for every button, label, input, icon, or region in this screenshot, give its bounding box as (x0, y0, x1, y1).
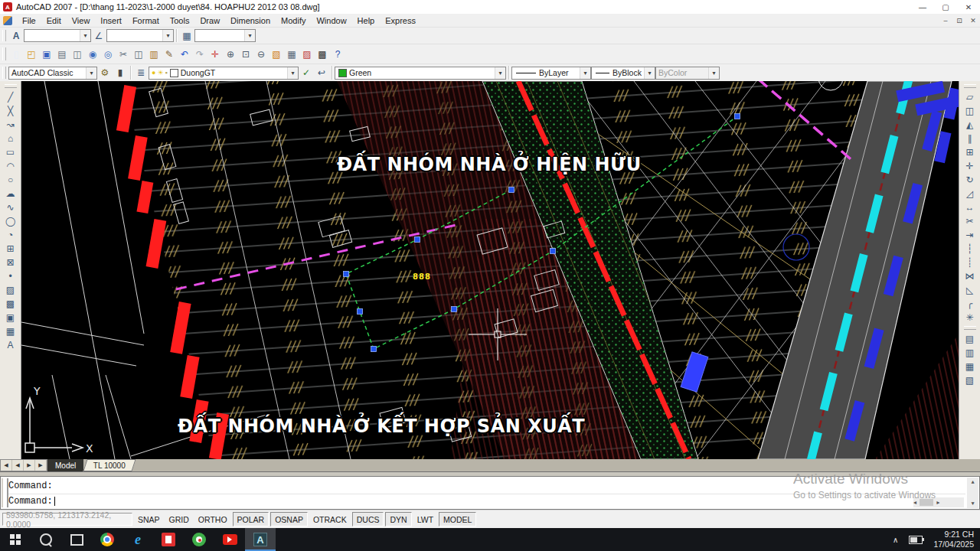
doc-minimize-button[interactable]: – (939, 17, 952, 24)
chevron-down-icon[interactable]: ▾ (80, 30, 90, 41)
toggle-model[interactable]: MODEL (439, 512, 476, 527)
draworder-under-icon[interactable]: ▧ (962, 373, 978, 387)
new-file-icon[interactable]: ▯ (9, 47, 23, 61)
ellipse-arc-icon[interactable]: ◔ (3, 228, 18, 242)
command-prompt[interactable]: Command: (8, 494, 965, 508)
mirror-icon[interactable]: ◭ (962, 118, 978, 132)
toolbar-grip[interactable] (2, 47, 6, 61)
prev-tab-button[interactable]: ◀ (12, 460, 24, 471)
first-tab-button[interactable]: ◀ (1, 460, 12, 471)
stretch-icon[interactable]: ↔ (962, 201, 978, 214)
tab-model[interactable]: Model (47, 459, 83, 471)
workspace-settings-icon[interactable]: ⚙ (98, 66, 112, 80)
taskbar-chrome[interactable] (92, 528, 122, 551)
cut-icon[interactable]: ✂ (116, 47, 130, 61)
construction-line-icon[interactable]: ╳ (3, 104, 18, 118)
scale-icon[interactable]: ◿ (962, 187, 978, 201)
toggle-lwt[interactable]: LWT (413, 513, 437, 526)
taskbar-autocad-active[interactable]: A (245, 528, 276, 551)
layer-on-icon[interactable]: ● (152, 69, 155, 77)
chevron-down-icon[interactable]: ▾ (287, 67, 298, 79)
undo-icon[interactable]: ↶ (178, 47, 191, 61)
make-block-icon[interactable]: ⊠ (3, 256, 18, 269)
circle-icon[interactable]: ○ (3, 173, 18, 187)
menu-item[interactable]: Express (380, 14, 421, 27)
publish-icon[interactable]: ◉ (86, 47, 100, 61)
region-icon[interactable]: ▣ (3, 311, 18, 324)
menu-item[interactable]: Draw (194, 14, 225, 27)
layer-combo[interactable]: ● ☀ ▪ DuongGT ▾ (149, 67, 299, 80)
toggle-snap[interactable]: SNAP (134, 513, 164, 526)
draworder-above-icon[interactable]: ▦ (962, 360, 978, 373)
table-icon[interactable]: ▦ (3, 324, 18, 338)
toolbar-grip[interactable] (964, 326, 976, 330)
lineweight-combo[interactable]: ByBlock ▾ (591, 67, 655, 80)
doc-restore-button[interactable]: ⊡ (952, 17, 966, 24)
chevron-down-icon[interactable]: ▾ (162, 30, 173, 41)
last-tab-button[interactable]: ▶ (35, 460, 47, 471)
quickcalc-icon[interactable]: ▩ (315, 47, 329, 61)
chevron-down-icon[interactable]: ▾ (86, 67, 96, 79)
plot-preview-icon[interactable]: ◫ (70, 47, 84, 61)
command-grip[interactable] (2, 478, 8, 507)
menu-item[interactable]: Tools (165, 14, 195, 27)
explode-icon[interactable]: ✳ (962, 311, 978, 324)
layer-lock-icon[interactable]: ▪ (165, 69, 168, 77)
table-style-icon[interactable]: ▦ (180, 29, 194, 43)
paste-icon[interactable]: ▥ (147, 47, 161, 61)
color-combo[interactable]: Green ▾ (335, 67, 506, 80)
menu-item[interactable]: File (17, 14, 41, 27)
toggle-ducs[interactable]: DUCS (352, 512, 384, 527)
rectangle-icon[interactable]: ▭ (3, 145, 18, 159)
draworder-back-icon[interactable]: ▥ (962, 346, 978, 360)
minimize-button[interactable]: — (911, 3, 934, 11)
hatch-icon[interactable]: ▨ (3, 283, 18, 297)
layer-freeze-icon[interactable]: ☀ (157, 69, 163, 77)
menu-item[interactable]: Insert (95, 14, 127, 27)
copy-icon[interactable]: ◫ (962, 104, 978, 118)
tray-chevron-icon[interactable]: ∧ (893, 536, 898, 544)
taskbar-search-button[interactable] (31, 528, 61, 551)
menu-item[interactable]: Modify (276, 14, 311, 27)
next-tab-button[interactable]: ▶ (24, 460, 35, 471)
start-button[interactable] (0, 528, 31, 551)
ellipse-icon[interactable]: ◯ (3, 214, 18, 228)
dim-style-combo[interactable]: ▾ (106, 29, 174, 42)
table-style-combo[interactable]: ▾ (194, 29, 256, 42)
draworder-front-icon[interactable]: ▤ (962, 332, 978, 346)
toggle-polar[interactable]: POLAR (233, 512, 270, 527)
layer-previous-icon[interactable]: ↩ (315, 66, 328, 80)
multiline-text-icon[interactable]: A (3, 338, 18, 352)
menu-item[interactable]: View (67, 14, 96, 27)
taskbar-clock[interactable]: 9:21 CH 17/04/2025 (933, 530, 974, 549)
workspace-combo[interactable]: AutoCAD Classic ▾ (8, 67, 97, 80)
hyperlink-icon[interactable]: ◎ (101, 47, 115, 61)
zoom-window-icon[interactable]: ⊡ (239, 47, 253, 61)
break-icon[interactable]: ┊ (962, 256, 978, 269)
toolbar-grip[interactable] (5, 84, 17, 88)
markup-icon[interactable]: ▨ (300, 47, 314, 61)
zoom-previous-icon[interactable]: ⊖ (254, 47, 268, 61)
scroll-up-icon[interactable]: ▲ (971, 478, 974, 487)
tab-layout-tl10000[interactable]: TL 10000 (83, 459, 136, 471)
layer-color-swatch[interactable] (170, 69, 178, 77)
polyline-icon[interactable]: ↝ (3, 118, 18, 132)
text-style-combo[interactable]: ▾ (24, 29, 91, 42)
table-icon[interactable]: ▦ (285, 47, 299, 61)
chamfer-icon[interactable]: ◺ (962, 283, 978, 297)
help-icon[interactable]: ? (331, 47, 345, 61)
scroll-right-icon[interactable]: ► (936, 500, 939, 506)
sheetset-manager-icon[interactable]: ▧ (270, 47, 283, 61)
battery-icon[interactable] (909, 536, 923, 544)
dim-style-icon[interactable]: ∠ (92, 29, 106, 43)
text-style-icon[interactable]: A (9, 29, 23, 43)
extend-icon[interactable]: ⇥ (962, 228, 978, 242)
chevron-down-icon[interactable]: ▾ (244, 30, 255, 41)
task-view-button[interactable] (61, 528, 92, 551)
taskbar-coccoc[interactable] (184, 528, 214, 551)
redo-icon[interactable]: ↷ (193, 47, 207, 61)
trim-icon[interactable]: ✂ (962, 214, 978, 228)
insert-block-icon[interactable]: ⊞ (3, 242, 18, 256)
chevron-down-icon[interactable]: ▾ (580, 67, 590, 79)
plot-icon[interactable]: ▤ (55, 47, 69, 61)
